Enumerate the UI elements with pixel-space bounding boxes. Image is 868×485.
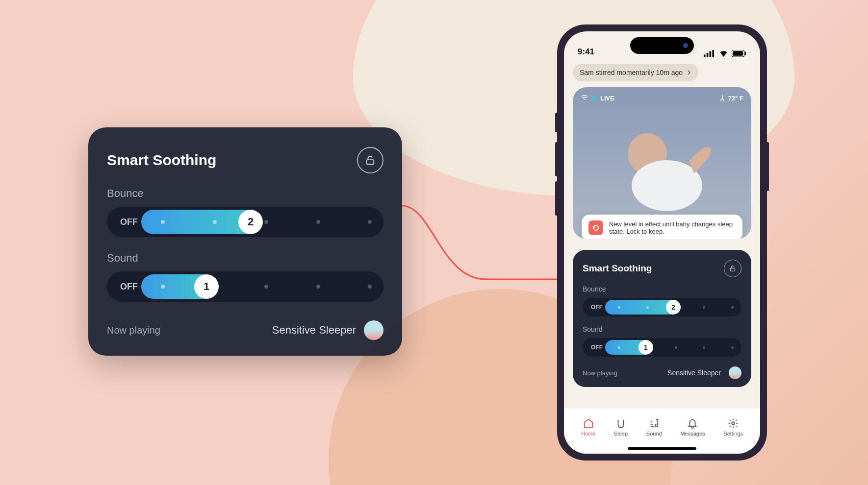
svg-rect-7: [745, 52, 746, 55]
slider-steps: [161, 207, 372, 237]
lock-button[interactable]: [724, 260, 741, 277]
level-toast[interactable]: New level in effect until baby changes s…: [582, 215, 742, 239]
sound-slider[interactable]: OFF 1: [107, 271, 383, 302]
card-title: Smart Soothing: [107, 152, 216, 169]
tab-sleep-label: Sleep: [614, 431, 628, 436]
bell-icon: [687, 418, 698, 429]
sound-label: Sound: [583, 325, 741, 333]
svg-point-9: [632, 160, 702, 211]
tab-home[interactable]: Home: [581, 418, 595, 436]
bounce-off-step[interactable]: OFF: [107, 217, 151, 227]
now-playing-label: Now playing: [583, 369, 617, 377]
svg-rect-1: [704, 54, 705, 57]
battery-icon: [732, 50, 746, 57]
activity-chip-text: Sam stirred momentarily 10m ago: [580, 69, 683, 76]
now-playing-row: Now playing Sensitive Sleeper: [583, 365, 741, 379]
bounce-knob[interactable]: 2: [238, 210, 263, 234]
card-title: Smart Soothing: [583, 263, 652, 274]
sound-label: Sound: [107, 252, 383, 265]
status-time: 9:41: [578, 47, 594, 57]
svg-rect-4: [713, 50, 714, 57]
dynamic-island: [630, 37, 694, 54]
svg-point-11: [732, 422, 735, 425]
gear-icon: [728, 418, 739, 429]
lock-button[interactable]: [357, 147, 383, 173]
bounce-knob[interactable]: 2: [666, 300, 681, 315]
unlock-icon: [729, 265, 736, 272]
live-dot-icon: [592, 96, 596, 100]
svg-rect-10: [730, 268, 735, 271]
refresh-icon: [588, 220, 603, 235]
sound-knob[interactable]: 1: [194, 274, 219, 299]
slider-steps: [618, 338, 734, 357]
tab-sound-label: Sound: [646, 431, 662, 436]
bounce-slider[interactable]: OFF 2: [583, 298, 741, 316]
stream-icon: [581, 94, 588, 102]
tab-sound[interactable]: Sound: [646, 418, 662, 436]
sound-off-step[interactable]: OFF: [107, 282, 151, 292]
bounce-slider[interactable]: OFF 2: [107, 207, 383, 237]
bounce-label: Bounce: [107, 187, 383, 200]
now-playing-row: Now playing Sensitive Sleeper: [107, 316, 383, 340]
now-playing-track[interactable]: Sensitive Sleeper: [272, 324, 356, 337]
tab-messages[interactable]: Messages: [680, 418, 705, 436]
slider-steps: [161, 271, 372, 302]
activity-chip[interactable]: Sam stirred momentarily 10m ago: [573, 64, 698, 81]
track-art-icon: [364, 320, 383, 340]
sleep-icon: [615, 418, 626, 429]
tab-settings[interactable]: Settings: [723, 418, 743, 436]
temperature-label: 72° F: [728, 95, 743, 102]
smart-soothing-card: Smart Soothing Bounce OFF 2 Sound OFF: [573, 250, 751, 387]
now-playing-track[interactable]: Sensitive Sleeper: [667, 369, 721, 377]
toast-text: New level in effect until baby changes s…: [609, 220, 736, 235]
tab-messages-label: Messages: [680, 431, 705, 436]
tab-sleep[interactable]: Sleep: [614, 418, 628, 436]
connector-line: [402, 201, 574, 289]
svg-rect-2: [707, 53, 708, 57]
phone-frame: 9:41 Sam stirred momentarily 10m ago LIV…: [557, 24, 767, 461]
wifi-icon: [718, 50, 729, 57]
thermometer-icon: [719, 95, 725, 101]
svg-rect-6: [733, 51, 743, 55]
home-icon: [583, 418, 594, 429]
live-label: LIVE: [600, 95, 614, 102]
now-playing-label: Now playing: [107, 325, 160, 336]
svg-rect-0: [367, 160, 374, 164]
unlock-icon: [365, 155, 376, 166]
track-art-icon: [729, 366, 741, 379]
sound-knob[interactable]: 1: [638, 340, 653, 355]
signal-icon: [704, 50, 715, 57]
bounce-off-step[interactable]: OFF: [583, 304, 611, 311]
video-feed[interactable]: LIVE 72° F New level in effect until bab…: [573, 87, 751, 239]
tab-settings-label: Settings: [723, 431, 743, 436]
sound-icon: [649, 418, 660, 429]
smart-soothing-card: Smart Soothing Bounce OFF 2 Sound OFF 1 …: [88, 127, 402, 356]
tab-home-label: Home: [581, 431, 595, 436]
phone-screen: 9:41 Sam stirred momentarily 10m ago LIV…: [564, 31, 760, 454]
svg-rect-3: [710, 51, 711, 57]
baby-image: [608, 127, 716, 215]
home-indicator: [628, 447, 696, 450]
sound-slider[interactable]: OFF 1: [583, 338, 741, 357]
bounce-label: Bounce: [583, 285, 741, 293]
sound-off-step[interactable]: OFF: [583, 344, 611, 351]
chevron-right-icon: [687, 70, 691, 75]
